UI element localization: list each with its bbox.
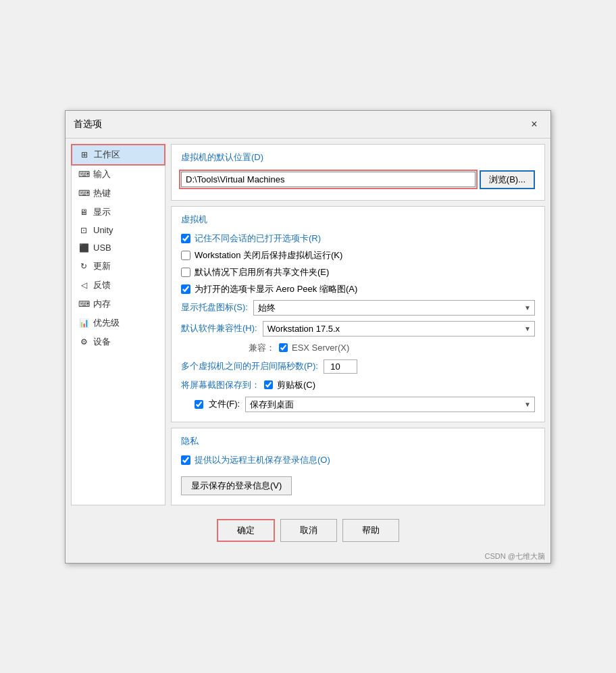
sidebar-item-feedback[interactable]: ◁ 反馈	[72, 276, 165, 295]
unity-icon: ⊡	[78, 225, 89, 236]
screenshot-row: 将屏幕截图保存到： 剪贴板(C)	[181, 379, 535, 391]
checkbox-row-4: 为打开的选项卡显示 Aero Peek 缩略图(A)	[181, 283, 535, 295]
vm-section-title: 虚拟机	[181, 214, 535, 226]
sidebar-item-priority-label: 优先级	[93, 317, 120, 329]
privacy-title: 隐私	[181, 435, 535, 447]
preferences-dialog: 首选项 × ⊞ 工作区 ⌨ 输入 ⌨ 热键 🖥 显示 ⊡ Uni	[65, 110, 551, 564]
privacy-section: 隐私 提供以为远程主机保存登录信息(O) 显示保存的登录信息(V)	[171, 428, 545, 505]
ok-button[interactable]: 确定	[217, 519, 275, 542]
browse-button[interactable]: 浏览(B)...	[480, 170, 535, 189]
screenshot-clipboard-checkbox[interactable]	[264, 380, 273, 389]
checkbox-aero-peek[interactable]	[181, 284, 190, 294]
sidebar-item-priority[interactable]: 📊 优先级	[72, 314, 165, 332]
cancel-button[interactable]: 取消	[280, 519, 337, 542]
esx-label[interactable]: ESX Server(X)	[292, 343, 349, 353]
compat-sub-label: 兼容：	[249, 342, 275, 354]
checkbox-row-1: 记住不同会话的已打开选项卡(R)	[181, 232, 535, 245]
interval-row: 多个虚拟机之间的开启间隔秒数(P):	[181, 359, 535, 374]
sidebar-item-hotkeys-label: 热键	[93, 187, 111, 199]
memory-icon: ⌨	[78, 299, 89, 309]
sidebar-item-workspace[interactable]: ⊞ 工作区	[72, 145, 165, 165]
tray-select-wrapper: 始终 从不 在运行时	[253, 300, 535, 316]
sidebar-item-input-label: 输入	[93, 168, 111, 180]
checkbox-row-2: Workstation 关闭后保持虚拟机运行(K)	[181, 249, 535, 261]
dialog-body: ⊞ 工作区 ⌨ 输入 ⌨ 热键 🖥 显示 ⊡ Unity ⬛ USB	[66, 139, 550, 511]
hotkeys-icon: ⌨	[78, 188, 89, 199]
compat-select[interactable]: Workstation 17.5.x Workstation 17.x Work…	[263, 321, 535, 336]
file-dest-select-wrapper: 保存到桌面 保存到文档	[245, 397, 535, 412]
interval-label: 多个虚拟机之间的开启间隔秒数(P):	[181, 360, 318, 372]
esx-checkbox[interactable]	[279, 343, 288, 352]
sidebar-item-memory-label: 内存	[93, 298, 111, 310]
workspace-icon: ⊞	[79, 149, 90, 160]
dialog-title: 首选项	[74, 118, 102, 130]
sidebar: ⊞ 工作区 ⌨ 输入 ⌨ 热键 🖥 显示 ⊡ Unity ⬛ USB	[71, 144, 165, 505]
sidebar-item-update-label: 更新	[93, 260, 111, 272]
sidebar-item-devices[interactable]: ⚙ 设备	[72, 332, 165, 351]
interval-input[interactable]	[324, 359, 357, 374]
sidebar-item-unity[interactable]: ⊡ Unity	[72, 222, 165, 239]
usb-icon: ⬛	[78, 243, 89, 253]
help-button[interactable]: 帮助	[342, 519, 399, 542]
priority-icon: 📊	[78, 318, 89, 328]
vm-section: 虚拟机 记住不同会话的已打开选项卡(R) Workstation 关闭后保持虚拟…	[171, 206, 545, 422]
file-row: 文件(F): 保存到桌面 保存到文档	[181, 397, 535, 412]
privacy-checkbox-row: 提供以为远程主机保存登录信息(O)	[181, 454, 535, 466]
path-row: 浏览(B)...	[181, 170, 535, 189]
dialog-footer: 确定 取消 帮助	[66, 511, 550, 550]
checkbox-shared-folders-label[interactable]: 默认情况下启用所有共享文件夹(E)	[195, 266, 329, 278]
checkbox-shared-folders[interactable]	[181, 268, 190, 277]
sidebar-item-workspace-label: 工作区	[94, 149, 120, 161]
save-login-checkbox[interactable]	[181, 455, 190, 465]
checkbox-row-3: 默认情况下启用所有共享文件夹(E)	[181, 266, 535, 278]
tray-label: 显示托盘图标(S):	[181, 301, 248, 314]
sidebar-item-update[interactable]: ↻ 更新	[72, 257, 165, 276]
checkbox-keep-running-label[interactable]: Workstation 关闭后保持虚拟机运行(K)	[195, 249, 342, 261]
compat-label: 默认软件兼容性(H):	[181, 322, 257, 334]
close-button[interactable]: ×	[526, 116, 542, 132]
tray-select[interactable]: 始终 从不 在运行时	[253, 300, 535, 316]
sidebar-item-unity-label: Unity	[93, 225, 113, 235]
file-dest-select[interactable]: 保存到桌面 保存到文档	[245, 397, 535, 412]
compat-row: 默认软件兼容性(H): Workstation 17.5.x Workstati…	[181, 321, 535, 336]
checkbox-remember-tabs[interactable]	[181, 234, 190, 243]
screenshot-clipboard-label[interactable]: 剪贴板(C)	[277, 379, 315, 391]
watermark: CSDN @七维大脑	[66, 550, 550, 563]
sidebar-item-input[interactable]: ⌨ 输入	[72, 165, 165, 184]
checkbox-remember-tabs-label[interactable]: 记住不同会话的已打开选项卡(R)	[195, 232, 321, 245]
esx-row: 兼容： ESX Server(X)	[181, 342, 535, 354]
devices-icon: ⚙	[78, 336, 89, 347]
screenshot-label: 将屏幕截图保存到：	[181, 379, 260, 391]
input-icon: ⌨	[78, 169, 89, 180]
sidebar-item-memory[interactable]: ⌨ 内存	[72, 295, 165, 314]
sidebar-item-hotkeys[interactable]: ⌨ 热键	[72, 184, 165, 203]
save-login-label[interactable]: 提供以为远程主机保存登录信息(O)	[195, 454, 330, 466]
file-checkbox[interactable]	[195, 400, 203, 409]
sidebar-item-display-label: 显示	[93, 206, 111, 218]
file-label[interactable]: 文件(F):	[209, 398, 240, 410]
show-login-button[interactable]: 显示保存的登录信息(V)	[181, 476, 292, 495]
compat-select-wrapper: Workstation 17.5.x Workstation 17.x Work…	[263, 321, 535, 336]
checkbox-aero-peek-label[interactable]: 为打开的选项卡显示 Aero Peek 缩略图(A)	[195, 283, 357, 295]
sidebar-item-usb-label: USB	[93, 243, 111, 253]
checkbox-keep-running[interactable]	[181, 251, 190, 260]
sidebar-item-devices-label: 设备	[93, 336, 111, 348]
feedback-icon: ◁	[78, 280, 89, 291]
vm-location-title: 虚拟机的默认位置(D)	[181, 151, 535, 164]
path-input[interactable]	[181, 172, 476, 187]
sidebar-item-feedback-label: 反馈	[93, 279, 111, 291]
title-bar: 首选项 ×	[66, 111, 550, 139]
sidebar-item-usb[interactable]: ⬛ USB	[72, 239, 165, 257]
tray-row: 显示托盘图标(S): 始终 从不 在运行时	[181, 300, 535, 316]
vm-location-section: 虚拟机的默认位置(D) 浏览(B)...	[171, 144, 545, 201]
sidebar-item-display[interactable]: 🖥 显示	[72, 203, 165, 222]
display-icon: 🖥	[78, 207, 89, 218]
main-content: 虚拟机的默认位置(D) 浏览(B)... 虚拟机 记住不同会话的已打开选项卡(R…	[171, 144, 545, 505]
update-icon: ↻	[78, 261, 89, 272]
